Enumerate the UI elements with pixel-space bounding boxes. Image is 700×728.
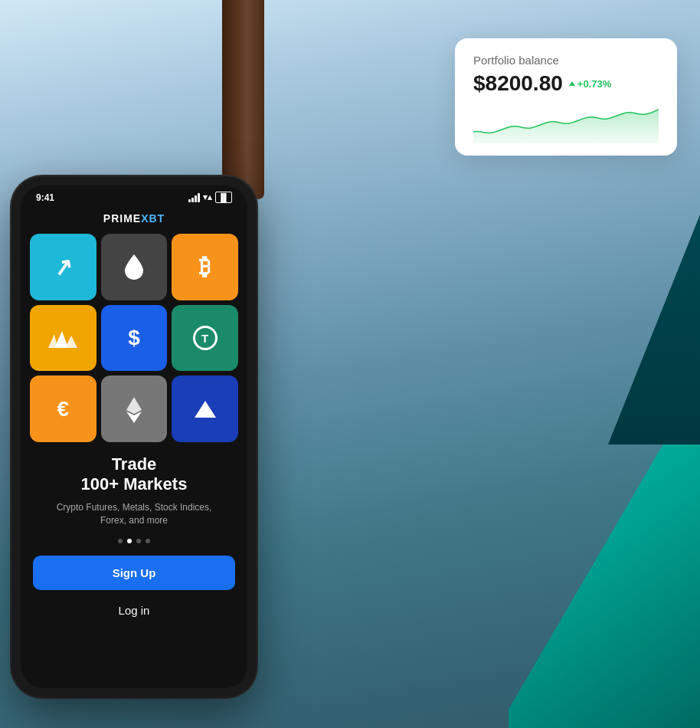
mountains-icon: [48, 326, 77, 349]
portfolio-change: +0.73%: [569, 78, 611, 90]
grid-cell-euro: €: [30, 375, 96, 442]
wifi-icon: ▾▴: [203, 192, 212, 202]
euro-icon: €: [57, 397, 70, 421]
grid-cell-triangle: [172, 375, 238, 442]
grid-cell-waterdrop: [101, 234, 168, 300]
grid-cell-bitcoin: ₿: [172, 234, 238, 300]
grid-cell-tether: T: [172, 305, 238, 372]
mini-chart: [473, 105, 659, 143]
logo-prime: PRIME: [103, 212, 141, 225]
signal-icon: [188, 193, 200, 202]
status-icons: ▾▴ ▐▌: [188, 192, 232, 203]
grid-cell-dollar: $: [101, 305, 168, 372]
portfolio-label: Portfolio balance: [473, 54, 659, 67]
phone-mockup: 9:41 ▾▴ ▐▌ PRIMEXBT: [11, 176, 257, 697]
ethereum-icon: [125, 395, 143, 423]
cta-section: Sign Up Log in: [21, 549, 247, 632]
carousel-dots: [21, 533, 247, 549]
dot-2-active: [127, 539, 132, 543]
dot-4: [146, 539, 150, 543]
triangle-icon: [195, 401, 216, 418]
grid-cell-ethereum: [101, 375, 168, 442]
marketing-title: Trade 100+ Markets: [30, 454, 238, 495]
trading-grid: ↗ ₿: [21, 234, 247, 442]
login-button[interactable]: Log in: [33, 598, 235, 623]
grid-cell-trending: ↗: [30, 234, 96, 300]
grid-cell-gold: [30, 305, 96, 372]
up-arrow-icon: [569, 81, 575, 86]
trending-icon: ↗: [51, 252, 75, 282]
dot-1: [118, 539, 123, 543]
bitcoin-icon: ₿: [199, 254, 211, 280]
tether-icon: T: [193, 326, 218, 350]
status-time: 9:41: [36, 192, 54, 203]
status-bar: 9:41 ▾▴ ▐▌: [21, 185, 247, 206]
marketing-section: Trade 100+ Markets Crypto Futures, Metal…: [21, 442, 247, 533]
phone-frame: 9:41 ▾▴ ▐▌ PRIMEXBT: [11, 176, 257, 697]
phone-screen: 9:41 ▾▴ ▐▌ PRIMEXBT: [21, 185, 247, 688]
dollar-icon: $: [128, 326, 140, 350]
tree-trunk: [222, 0, 264, 199]
dot-3: [136, 539, 141, 543]
portfolio-amount: $8200.80 +0.73%: [473, 71, 659, 96]
portfolio-card: Portfolio balance $8200.80 +0.73%: [455, 38, 677, 156]
logo-xbt: XBT: [141, 212, 165, 225]
svg-marker-2: [65, 336, 77, 348]
svg-marker-1: [54, 331, 68, 348]
app-logo: PRIMEXBT: [21, 206, 247, 234]
marketing-subtitle: Crypto Futures, Metals, Stock Indices,Fo…: [30, 501, 238, 527]
battery-icon: ▐▌: [215, 192, 232, 203]
waterdrop-icon: [123, 253, 145, 280]
signup-button[interactable]: Sign Up: [33, 556, 235, 590]
svg-marker-3: [126, 397, 142, 414]
